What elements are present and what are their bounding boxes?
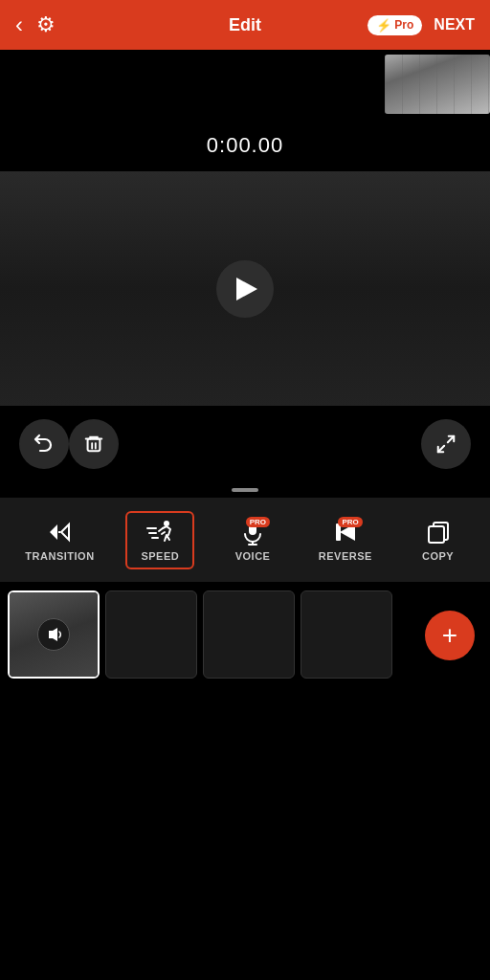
clip-empty-3 <box>301 590 392 679</box>
back-button[interactable]: ‹ <box>15 11 23 38</box>
copy-label: COPY <box>422 550 454 562</box>
next-button[interactable]: NEXT <box>434 16 475 33</box>
copy-icon <box>425 519 452 546</box>
clip-empty-1 <box>105 590 197 679</box>
play-icon <box>236 278 257 301</box>
scroll-indicator <box>0 482 490 498</box>
settings-button[interactable]: ⚙ <box>36 12 56 37</box>
timecode-area: 0:00.00 <box>0 119 490 171</box>
transition-icon <box>46 519 73 546</box>
trash-icon <box>83 434 104 455</box>
tool-reverse[interactable]: PRO REVERSE <box>311 513 380 568</box>
pro-badge[interactable]: ⚡ Pro <box>368 15 422 35</box>
timeline-strip <box>0 50 490 119</box>
expand-icon <box>435 434 457 455</box>
timeline-thumbnail[interactable] <box>385 55 490 114</box>
video-preview <box>0 171 490 406</box>
scroll-dot <box>232 488 258 492</box>
tool-copy[interactable]: COPY <box>404 513 473 568</box>
clip-audio-icon <box>37 618 70 651</box>
top-bar: ‹ ⚙ Edit ⚡ Pro NEXT <box>0 0 490 50</box>
voice-pro-badge: PRO <box>246 517 270 527</box>
clip-item-1[interactable] <box>8 590 100 679</box>
reverse-label: REVERSE <box>319 550 372 562</box>
undo-icon <box>33 433 56 456</box>
transition-label: TRANSITION <box>25 550 94 562</box>
bolt-icon: ⚡ <box>376 18 391 33</box>
controls-row <box>0 406 490 482</box>
clips-strip: + <box>0 582 490 687</box>
undo-button[interactable] <box>19 419 69 469</box>
svg-marker-5 <box>50 524 57 540</box>
reverse-icon: PRO <box>332 519 359 546</box>
svg-rect-17 <box>429 526 444 543</box>
svg-marker-6 <box>61 524 69 540</box>
expand-button[interactable] <box>421 419 471 469</box>
reverse-pro-badge: PRO <box>338 517 362 527</box>
pro-label: Pro <box>394 18 413 32</box>
clip-empty-2 <box>203 590 295 679</box>
add-clip-button[interactable]: + <box>425 611 475 660</box>
speed-icon <box>145 519 174 546</box>
timecode-display: 0:00.00 <box>207 133 283 158</box>
delete-button[interactable] <box>69 419 119 469</box>
voice-label: VOICE <box>235 550 271 562</box>
tool-voice[interactable]: PRO VOICE <box>218 513 287 568</box>
svg-marker-18 <box>49 628 57 641</box>
voice-icon: PRO <box>239 519 266 546</box>
tool-transition[interactable]: TRANSITION <box>17 513 101 568</box>
speed-label: SPEED <box>141 550 179 562</box>
svg-rect-0 <box>88 439 100 452</box>
tool-speed[interactable]: SPEED <box>125 511 194 569</box>
page-title: Edit <box>229 15 261 35</box>
play-button[interactable] <box>216 260 274 318</box>
tool-bar: TRANSITION SPEED PRO <box>0 498 490 582</box>
